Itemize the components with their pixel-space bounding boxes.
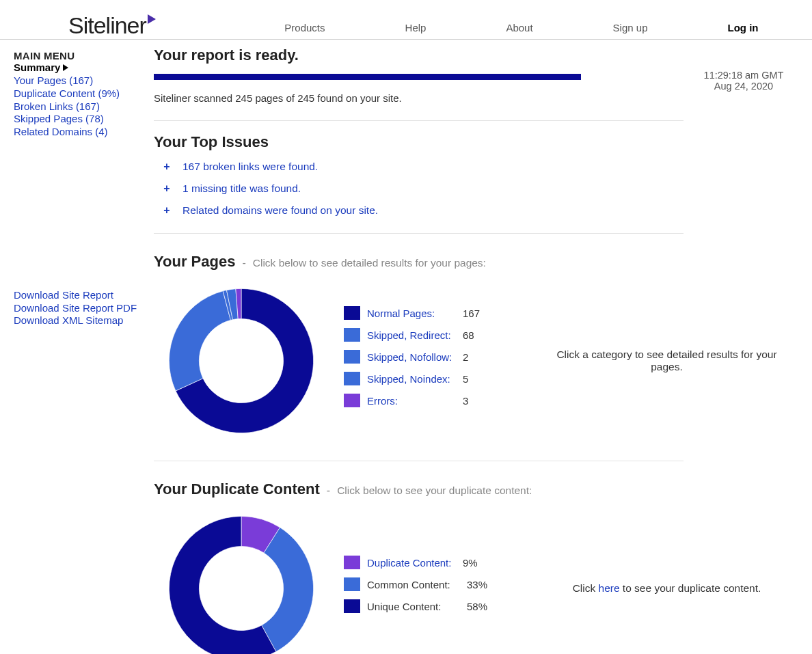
dup-hint-pre: Click [573, 582, 599, 594]
sidebar-main-menu: MAIN MENU [14, 50, 154, 62]
legend-label[interactable]: Duplicate Content: [367, 557, 463, 569]
dup-hint-post: to see your duplicate content. [620, 582, 761, 594]
legend-label: Unique Content: [367, 601, 467, 612]
pages-hint: Click a category to see detailed results… [549, 349, 798, 373]
legend-value: 33% [467, 579, 487, 590]
issue-row: + 1 missing title was found. [162, 182, 798, 195]
legend-row[interactable]: Duplicate Content:9% [344, 556, 522, 569]
dup-subtitle: Click below to see your duplicate conten… [337, 485, 532, 497]
nav-login[interactable]: Log in [727, 22, 758, 33]
expand-icon[interactable]: + [162, 182, 172, 195]
dup-title: Your Duplicate Content [154, 480, 320, 498]
pages-legend: Normal Pages:167Skipped, Redirect:68Skip… [344, 306, 522, 415]
divider [154, 233, 684, 234]
legend-value: 2 [463, 351, 468, 363]
sidebar-item-related-domains[interactable]: Related Domains (4) [14, 126, 154, 139]
timestamp-time: 11:29:18 am GMT [689, 70, 798, 81]
nav-about[interactable]: About [506, 22, 532, 33]
issue-row: + Related domains were found on your sit… [162, 204, 798, 217]
dash: - [327, 485, 330, 497]
issue-row: + 167 broken links were found. [162, 161, 798, 173]
top-nav: Products Help About Sign up Log in [156, 22, 798, 39]
progress-bar [154, 74, 581, 80]
issue-link[interactable]: 1 missing title was found. [182, 182, 301, 195]
sidebar-summary[interactable]: Summary [14, 62, 154, 73]
legend-label[interactable]: Normal Pages: [367, 308, 463, 319]
swatch-icon [344, 350, 360, 364]
logo[interactable]: Siteliner [14, 12, 156, 39]
swatch-icon [344, 306, 360, 320]
timestamp: 11:29:18 am GMT Aug 24, 2020 [689, 46, 798, 92]
scan-info: Siteliner scanned 245 pages of 245 found… [154, 92, 689, 104]
swatch-icon [344, 577, 360, 591]
legend-value: 167 [463, 308, 480, 319]
nav-help[interactable]: Help [405, 22, 427, 33]
issue-link[interactable]: 167 broken links were found. [182, 161, 318, 173]
sidebar-summary-label: Summary [14, 62, 60, 73]
sidebar-item-skipped-pages[interactable]: Skipped Pages (78) [14, 113, 154, 126]
pages-title: Your Pages [154, 253, 235, 271]
pages-subtitle: Click below to see detailed results for … [253, 257, 486, 269]
sidebar-item-duplicate-content[interactable]: Duplicate Content (9%) [14, 87, 154, 100]
legend-value: 5 [463, 373, 468, 385]
legend-row[interactable]: Normal Pages:167 [344, 306, 522, 320]
legend-row[interactable]: Errors:3 [344, 394, 522, 407]
swatch-icon [344, 599, 360, 613]
dup-donut-chart[interactable] [166, 513, 316, 654]
issues-title: Your Top Issues [154, 133, 798, 151]
issue-link[interactable]: Related domains were found on your site. [182, 204, 378, 217]
sidebar-item-broken-links[interactable]: Broken Links (167) [14, 100, 154, 113]
sidebar-download-report[interactable]: Download Site Report [14, 289, 154, 302]
divider [154, 461, 684, 461]
legend-label[interactable]: Skipped, Redirect: [367, 329, 463, 341]
issues-list: + 167 broken links were found. + 1 missi… [154, 161, 798, 217]
logo-triangle-icon [148, 14, 156, 24]
pages-donut-chart[interactable] [166, 286, 316, 436]
divider [154, 120, 684, 121]
legend-value: 68 [463, 329, 474, 341]
sidebar: MAIN MENU Summary Your Pages (167) Dupli… [14, 46, 154, 654]
dup-legend: Duplicate Content:9%Common Content:33%Un… [344, 556, 522, 621]
legend-label[interactable]: Errors: [367, 395, 463, 407]
caret-right-icon [63, 64, 68, 71]
swatch-icon [344, 556, 360, 569]
legend-label: Common Content: [367, 579, 467, 590]
main-content: Your report is ready. Siteliner scanned … [154, 46, 798, 654]
report-title: Your report is ready. [154, 46, 689, 64]
sidebar-download-xml-sitemap[interactable]: Download XML Sitemap [14, 314, 154, 327]
dash: - [242, 257, 245, 269]
sidebar-download-report-pdf[interactable]: Download Site Report PDF [14, 302, 154, 315]
sidebar-item-your-pages[interactable]: Your Pages (167) [14, 74, 154, 87]
legend-value: 9% [463, 557, 478, 569]
swatch-icon [344, 328, 360, 342]
legend-row[interactable]: Skipped, Nofollow:2 [344, 350, 522, 364]
legend-label[interactable]: Skipped, Nofollow: [367, 351, 463, 363]
expand-icon[interactable]: + [162, 161, 172, 173]
legend-row[interactable]: Skipped, Redirect:68 [344, 328, 522, 342]
legend-row[interactable]: Skipped, Noindex:5 [344, 372, 522, 385]
nav-signup[interactable]: Sign up [613, 22, 648, 33]
timestamp-date: Aug 24, 2020 [689, 81, 798, 92]
legend-value: 3 [463, 395, 468, 407]
legend-value: 58% [467, 601, 487, 612]
swatch-icon [344, 394, 360, 407]
dup-hint: Click here to see your duplicate content… [549, 582, 798, 595]
expand-icon[interactable]: + [162, 204, 172, 217]
swatch-icon [344, 372, 360, 385]
nav-products[interactable]: Products [284, 22, 325, 33]
dup-hint-link[interactable]: here [599, 582, 620, 594]
brand-text: Siteliner [68, 12, 146, 39]
legend-row[interactable]: Common Content:33% [344, 577, 522, 591]
top-bar: Siteliner Products Help About Sign up Lo… [0, 0, 812, 40]
legend-label[interactable]: Skipped, Noindex: [367, 373, 463, 385]
legend-row[interactable]: Unique Content:58% [344, 599, 522, 613]
